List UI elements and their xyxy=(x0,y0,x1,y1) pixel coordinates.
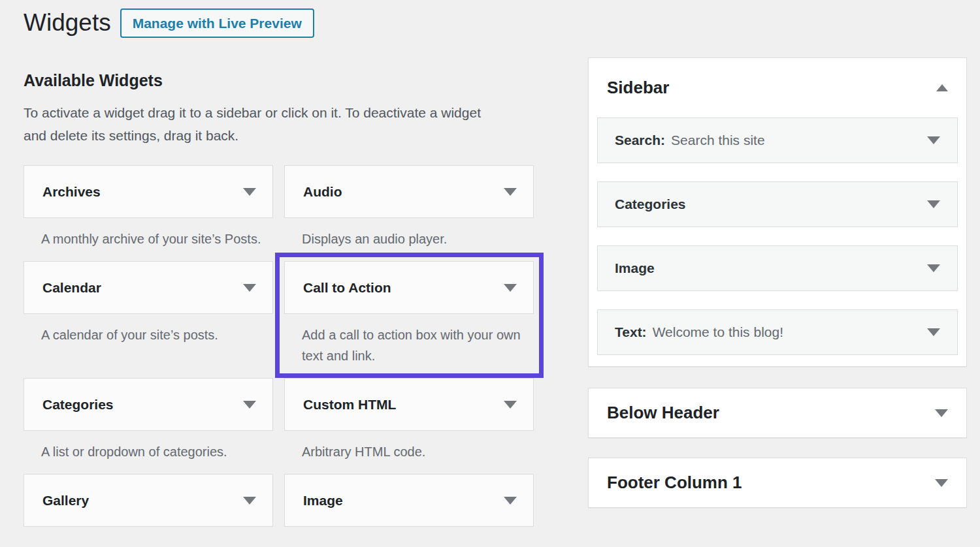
sidebar-widget-text: Text:Welcome to this blog! xyxy=(615,324,783,340)
chevron-down-icon[interactable] xyxy=(927,328,940,336)
sidebar-panel-title: Sidebar xyxy=(607,78,669,98)
sidebar-widget-search[interactable]: Search:Search this site xyxy=(597,117,958,163)
widget-description: A list or dropdown of categories. xyxy=(24,441,273,462)
sidebar-widget-image[interactable]: Image xyxy=(597,245,958,291)
sidebar-widget-detail: Welcome to this blog! xyxy=(653,324,783,339)
footer-column-1-panel[interactable]: Footer Column 1 xyxy=(588,458,967,508)
widgets-admin-page: Widgets Manage with Live Preview Availab… xyxy=(0,0,980,547)
sidebar-widget-label: Image xyxy=(615,260,655,275)
widget-cell-archives: Archives A monthly archive of your site’… xyxy=(24,165,273,261)
available-widgets-section: Available Widgets To activate a widget d… xyxy=(24,70,546,527)
below-header-panel-title: Below Header xyxy=(607,403,719,423)
chevron-up-icon[interactable] xyxy=(936,84,948,91)
chevron-down-icon[interactable] xyxy=(243,284,256,292)
sidebar-panel: Sidebar Search:Search this site Categori… xyxy=(588,57,967,367)
sidebar-widget-detail: Search this site xyxy=(671,133,765,148)
widget-card-call-to-action[interactable]: Call to Action xyxy=(284,261,534,314)
widget-cell-audio: Audio Displays an audio player. xyxy=(284,165,534,261)
chevron-down-icon[interactable] xyxy=(504,401,517,409)
available-widgets-description: To activate a widget drag it to a sideba… xyxy=(24,101,493,147)
manage-live-preview-button[interactable]: Manage with Live Preview xyxy=(120,8,314,38)
widget-card-title: Call to Action xyxy=(303,280,391,296)
widget-cell-custom-html: Custom HTML Arbitrary HTML code. xyxy=(284,378,534,474)
widget-description: Displays an audio player. xyxy=(284,228,534,249)
sidebar-widget-text: Image xyxy=(615,260,655,276)
below-header-panel[interactable]: Below Header xyxy=(588,388,967,438)
widget-card-image[interactable]: Image xyxy=(284,474,534,527)
widget-card-audio[interactable]: Audio xyxy=(284,165,534,218)
sidebar-widget-label: Search: xyxy=(615,133,665,148)
widget-description: Arbitrary HTML code. xyxy=(284,441,534,462)
widget-cell-categories: Categories A list or dropdown of categor… xyxy=(24,378,273,474)
chevron-down-icon[interactable] xyxy=(935,479,948,487)
sidebar-widget-categories[interactable]: Categories xyxy=(597,181,958,227)
chevron-down-icon[interactable] xyxy=(927,136,940,144)
chevron-down-icon[interactable] xyxy=(927,200,940,208)
widget-cell-image: Image xyxy=(284,474,534,527)
footer-column-1-panel-title: Footer Column 1 xyxy=(607,473,742,493)
widget-description: A monthly archive of your site’s Posts. xyxy=(24,228,273,249)
widget-card-title: Audio xyxy=(303,184,342,200)
widget-card-archives[interactable]: Archives xyxy=(24,165,273,218)
page-title: Widgets xyxy=(24,8,111,38)
chevron-down-icon[interactable] xyxy=(243,401,256,409)
widget-description: A calendar of your site’s posts. xyxy=(24,324,273,345)
chevron-down-icon[interactable] xyxy=(927,264,940,272)
widget-cell-gallery: Gallery xyxy=(24,474,273,527)
widget-card-custom-html[interactable]: Custom HTML xyxy=(284,378,534,431)
chevron-down-icon[interactable] xyxy=(504,188,517,196)
sidebar-widget-label: Categories xyxy=(615,196,686,211)
widget-description: Add a call to action box with your own t… xyxy=(284,324,534,366)
widget-cell-calendar: Calendar A calendar of your site’s posts… xyxy=(24,261,273,378)
widget-card-calendar[interactable]: Calendar xyxy=(24,261,273,314)
widget-card-categories[interactable]: Categories xyxy=(24,378,273,431)
chevron-down-icon[interactable] xyxy=(243,497,256,505)
widget-card-title: Image xyxy=(303,493,343,508)
widget-card-title: Calendar xyxy=(42,280,101,296)
widget-card-title: Categories xyxy=(42,397,114,413)
widget-card-gallery[interactable]: Gallery xyxy=(24,474,273,527)
sidebars-column: Sidebar Search:Search this site Categori… xyxy=(588,57,967,527)
sidebar-widget-text[interactable]: Text:Welcome to this blog! xyxy=(597,309,958,355)
sidebar-widget-text: Search:Search this site xyxy=(615,133,765,148)
available-widgets-grid: Archives A monthly archive of your site’… xyxy=(24,165,534,527)
chevron-down-icon[interactable] xyxy=(504,284,517,292)
chevron-down-icon[interactable] xyxy=(243,188,256,196)
sidebar-widget-label: Text: xyxy=(615,324,647,339)
available-widgets-heading: Available Widgets xyxy=(24,70,546,91)
chevron-down-icon[interactable] xyxy=(504,497,517,505)
chevron-down-icon[interactable] xyxy=(935,409,948,417)
widget-card-title: Archives xyxy=(42,184,101,200)
sidebar-panel-header[interactable]: Sidebar xyxy=(597,58,958,117)
page-header: Widgets Manage with Live Preview xyxy=(24,8,314,38)
widget-card-title: Custom HTML xyxy=(303,397,396,413)
widget-card-title: Gallery xyxy=(42,493,89,508)
widget-cell-call-to-action: Call to Action Add a call to action box … xyxy=(284,261,534,378)
sidebar-widget-text: Categories xyxy=(615,196,686,212)
